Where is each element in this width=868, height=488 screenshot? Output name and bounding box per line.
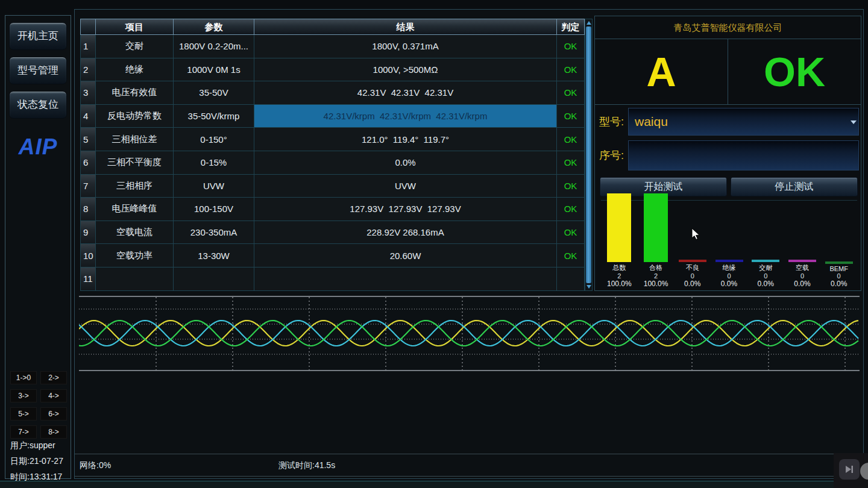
chevron-down-icon[interactable] [851,120,857,124]
cell-judge[interactable]: OK [557,128,585,151]
header-param[interactable]: 参数 [174,19,254,35]
table-row[interactable]: 1交耐1800V 0.2-20m...1800V, 0.371mAOK [80,35,593,58]
table-row[interactable]: 6三相不平衡度0-15%0.0%OK [80,151,593,175]
system-overlay [834,453,868,488]
cell-result[interactable]: 127.93V 127.93V 127.93V [254,198,557,221]
cell-judge[interactable]: OK [557,151,585,175]
cell-judge[interactable]: OK [557,221,585,245]
cell-num[interactable]: 2 [80,58,96,82]
cell-param[interactable]: 35-50V/krmp [174,105,254,128]
model-label: 型号: [599,114,628,129]
cell-result[interactable]: UVW [254,175,557,198]
cell-judge[interactable]: OK [557,105,585,128]
cell-param[interactable]: 35-50V [174,81,254,105]
cell-num[interactable]: 1 [80,35,96,58]
stat-pct: 100.0% [607,280,632,288]
stat-count: 0 [727,272,731,280]
cell-item[interactable]: 三相不平衡度 [96,151,174,175]
serial-input[interactable] [628,140,859,170]
cell-item[interactable]: 三相相位差 [96,128,174,151]
network-status: 网络:0% [80,460,111,471]
cell-param[interactable]: 100-150V [174,198,254,221]
cell-num[interactable]: 3 [80,81,96,105]
cell-param[interactable]: 1000V 0M 1s [174,58,254,82]
cell-result[interactable]: 0.0% [254,151,557,175]
io-button[interactable]: 4-> [40,389,67,402]
cell-result[interactable]: 121.0° 119.4° 119.7° [254,128,557,151]
scrollbar-thumb[interactable] [586,27,591,283]
table-row[interactable]: 5三相相位差0-150°121.0° 119.4° 119.7°OK [80,128,593,151]
cell-param[interactable]: 0-15% [174,151,254,175]
cell-item[interactable]: 交耐 [96,35,174,58]
io-button[interactable]: 3-> [10,389,37,402]
cell-num[interactable]: 8 [80,198,96,221]
cell-param[interactable]: 230-350mA [174,221,254,245]
cell-judge[interactable]: OK [557,58,585,82]
sidebar-item-home[interactable]: 开机主页 [9,22,67,50]
model-combobox[interactable]: waiqu [628,108,859,136]
cell-num[interactable]: 7 [80,175,96,198]
cell-param[interactable]: 0-150° [174,128,254,151]
io-button[interactable]: 8-> [40,425,67,439]
table-row[interactable]: 8电压峰峰值100-150V127.93V 127.93V 127.93VOK [80,198,593,221]
cell-judge[interactable]: OK [557,244,585,267]
table-scrollbar[interactable] [585,19,593,291]
cell-num[interactable]: 10 [80,244,96,267]
cell-result[interactable]: 1000V, >500MΩ [254,58,557,82]
cell-item[interactable]: 电压峰峰值 [96,198,174,221]
cell-result[interactable]: 42.31V 42.31V 42.31V [254,81,557,105]
cell-item[interactable]: 空载功率 [96,244,174,267]
cell-item[interactable]: 三相相序 [96,175,174,198]
header-item[interactable]: 项目 [96,19,174,35]
cell-judge[interactable] [557,267,585,291]
cell-judge[interactable]: OK [557,175,585,198]
overlay-blob [860,463,868,480]
io-button[interactable]: 6-> [40,407,67,421]
io-button[interactable]: 7-> [10,425,37,439]
cell-judge[interactable]: OK [557,81,585,105]
table-row[interactable]: 4反电动势常数35-50V/krmp42.31V/krpm 42.31V/krp… [80,105,593,128]
table-row[interactable]: 7三相相序UVWUVWOK [80,175,593,198]
header-result[interactable]: 结果 [254,19,557,35]
stat-pct: 0.0% [831,280,847,288]
cell-num[interactable]: 5 [80,128,96,151]
io-button[interactable]: 5-> [10,407,37,421]
cell-item[interactable]: 绝缘 [96,58,174,82]
user-name: 用户:supper [10,437,63,453]
cell-num[interactable]: 11 [80,267,96,291]
stat-pct: 0.0% [794,280,810,288]
cell-param[interactable]: 13-30W [174,244,254,267]
table-row[interactable]: 10空载功率13-30W20.60WOK [80,244,593,267]
table-row[interactable]: 11 [80,267,593,291]
table-row[interactable]: 2绝缘1000V 0M 1s1000V, >500MΩOK [80,58,593,82]
cell-result[interactable]: 42.31V/krpm 42.31V/krpm 42.31V/krpm [254,105,557,128]
cell-param[interactable]: 1800V 0.2-20m... [174,35,254,58]
table-row[interactable]: 9空载电流230-350mA228.92V 268.16mAOK [80,221,593,245]
sidebar-item-model-management[interactable]: 型号管理 [9,57,67,84]
cell-param[interactable] [174,267,254,291]
scroll-down-icon[interactable] [587,285,591,289]
cell-item[interactable]: 电压有效值 [96,81,174,105]
cell-num[interactable]: 6 [80,151,96,175]
io-button[interactable]: 2-> [40,371,67,384]
cell-judge[interactable]: OK [557,198,585,221]
header-judge[interactable]: 判定 [557,19,585,35]
cell-result[interactable]: 228.92V 268.16mA [254,221,557,245]
scroll-up-icon[interactable] [587,21,591,25]
cell-item[interactable] [96,267,174,291]
cell-num[interactable]: 9 [80,221,96,245]
cell-result[interactable] [254,267,557,291]
media-overlay-button[interactable] [839,459,860,480]
cell-num[interactable]: 4 [80,105,96,128]
cell-item[interactable]: 反电动势常数 [96,105,174,128]
sidebar-item-status-reset[interactable]: 状态复位 [9,91,67,119]
io-button[interactable]: 1->0 [10,371,37,384]
cell-result[interactable]: 1800V, 0.371mA [254,35,557,58]
table-row[interactable]: 3电压有效值35-50V42.31V 42.31V 42.31VOK [80,81,593,105]
stat-count: 2 [617,272,621,280]
cell-item[interactable]: 空载电流 [96,221,174,245]
cell-result[interactable]: 20.60W [254,244,557,267]
bottom-strip [0,481,868,488]
cell-param[interactable]: UVW [174,175,254,198]
cell-judge[interactable]: OK [557,35,585,58]
